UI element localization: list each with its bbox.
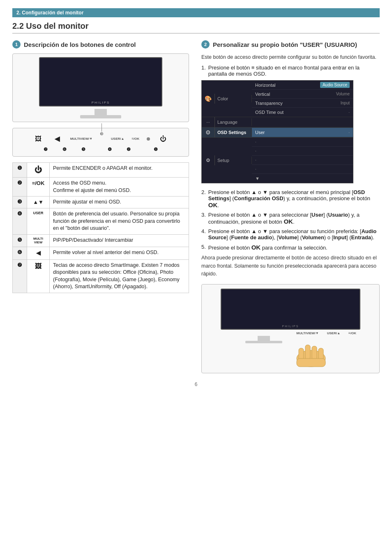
button-3-arrow: ❸ bbox=[100, 123, 104, 136]
osd-label-color: Color bbox=[215, 95, 252, 102]
section2-title: Personalizar su propio botón "USER" (USU… bbox=[213, 41, 357, 48]
row4-num: ❹ bbox=[13, 208, 27, 235]
monitor-screen-top: PHILIPS bbox=[39, 57, 162, 106]
button-2-label: ≡/OK bbox=[131, 137, 139, 141]
osd-setup-dot-2: · bbox=[252, 147, 353, 156]
btn-label-user: USER/▲ bbox=[327, 331, 340, 335]
row1-icon: ⏻ bbox=[27, 163, 50, 178]
section2-intro: Este botón de acceso directo permite con… bbox=[201, 53, 380, 61]
row7-desc: Teclas de acceso directo SmartImage. Exi… bbox=[50, 259, 189, 293]
osd-label-language: Language bbox=[215, 118, 252, 126]
row2-icon: ≡/OK bbox=[27, 178, 50, 197]
osd-row-setup: ⚙ Setup · · · · ▼ bbox=[202, 138, 353, 183]
buttons-row-container: 🖼 ◀ MULTIVIEW/▼ ❸ USER/▲ bbox=[12, 128, 189, 157]
step3-text: Presione el botón ▲ o ▼ para seleccionar… bbox=[208, 212, 380, 225]
section1-title: Descripción de los botones de control bbox=[24, 41, 136, 48]
step-3: 3. Presione el botón ▲ o ▼ para seleccio… bbox=[201, 212, 380, 225]
osd-row-language: ··· Language bbox=[202, 117, 353, 127]
osd-volume-label: Volume bbox=[336, 92, 350, 96]
button-dot-col bbox=[147, 134, 150, 143]
row6-desc: Permite volver al nivel anterior del men… bbox=[50, 247, 189, 260]
osd-option-user: User · bbox=[252, 128, 353, 137]
row6-icon: ◀ bbox=[27, 247, 50, 260]
buttons-row: 🖼 ◀ MULTIVIEW/▼ ❸ USER/▲ bbox=[19, 132, 182, 145]
osd-setup-dot-1: · bbox=[252, 138, 353, 147]
osd-dot-1: · bbox=[348, 110, 350, 115]
osd-row-osdsettings: ⚙ OSD Settings User · bbox=[202, 127, 353, 138]
monitor-bottom-button-labels: MULTIVIEW/▼ USER/▲ ≡/OK bbox=[221, 331, 360, 335]
osd-option-transparency-name: Transparency bbox=[255, 101, 341, 106]
monitor-top-illustration: PHILIPS bbox=[12, 53, 189, 122]
osd-row-color: 🎨 Color Horizontal Audio Source Vertical… bbox=[202, 81, 353, 117]
osd-option-horizontal-name: Horizontal bbox=[255, 83, 318, 88]
osd-option-user-name: User bbox=[255, 130, 348, 135]
num-1: ❶ bbox=[150, 147, 161, 152]
button-5-label: MULTIVIEW/▼ bbox=[70, 137, 92, 141]
monitor-brand: PHILIPS bbox=[92, 101, 110, 104]
section-title: 2.2 Uso del monitor bbox=[12, 21, 380, 34]
hand-row bbox=[245, 336, 336, 369]
osd-option-osdtimeout-name: OSD Time out bbox=[255, 110, 348, 115]
table-row: ❹ USER Botón de preferencia del usuario.… bbox=[13, 208, 189, 235]
table-row: ❷ ≡/OK Access the OSD menu.Confirme el a… bbox=[13, 178, 189, 197]
step2-num: 2. bbox=[201, 189, 206, 208]
table-row: ❻ ◀ Permite volver al nivel anterior del… bbox=[13, 247, 189, 260]
right-column: 2 Personalizar su propio botón "USER" (U… bbox=[201, 40, 380, 373]
section1-heading: 1 Descripción de los botones de control bbox=[12, 40, 189, 49]
num-7: ❼ bbox=[40, 147, 51, 152]
row1-num: ❶ bbox=[13, 163, 27, 178]
table-row: ❺ MULTIVIEW PiP/PbP/Desactivado/ Interca… bbox=[13, 234, 189, 247]
section1-number: 1 bbox=[12, 40, 21, 49]
osd-option-vertical-name: Vertical bbox=[255, 92, 336, 97]
step5-num: 5. bbox=[201, 244, 206, 251]
button-4-label: USER/▲ bbox=[111, 137, 124, 141]
svg-rect-5 bbox=[297, 358, 325, 367]
step1-text: Presione el botón ≡ situado en el marco … bbox=[208, 65, 380, 77]
num-5: ❺ bbox=[78, 147, 89, 152]
monitor-stand-neck-bottom bbox=[258, 336, 270, 341]
btn-label-menu: ≡/OK bbox=[348, 331, 356, 335]
osd-icon-setup: ⚙ bbox=[202, 155, 215, 165]
osd-option-horizontal: Horizontal Audio Source bbox=[252, 81, 353, 90]
row5-num: ❺ bbox=[13, 234, 27, 247]
button-6-col: ◀ bbox=[51, 134, 63, 143]
monitor-bottom-screen: PHILIPS bbox=[221, 289, 360, 330]
osd-option-vertical: Vertical Volume bbox=[252, 90, 353, 99]
table-row: ❼ 🖼 Teclas de acceso directo SmartImage.… bbox=[13, 259, 189, 293]
section2-outro: Ahora puede presionar directamente el bo… bbox=[201, 254, 380, 278]
step1-num: 1. bbox=[201, 65, 206, 77]
row3-desc: Permite ajustar el menú OSD. bbox=[50, 197, 189, 208]
num-4: ❹ bbox=[104, 147, 115, 152]
row3-num: ❸ bbox=[13, 197, 27, 208]
osd-options-setup: · · · · ▼ bbox=[252, 138, 353, 183]
button-7-col: 🖼 bbox=[32, 134, 44, 143]
button-2-col: ≡/OK bbox=[131, 137, 139, 141]
step3-num: 3. bbox=[201, 212, 206, 225]
features-table: ❶ ⏻ Permite ENCENDER o APAGAR el monitor… bbox=[12, 162, 189, 293]
section2-heading: 2 Personalizar su propio botón "USER" (U… bbox=[201, 40, 380, 49]
button-5-col: MULTIVIEW/▼ bbox=[70, 137, 92, 141]
button-number-row: ❼ ❻ ❺ ❹ ❷ ❶ bbox=[19, 147, 182, 152]
svg-rect-4 bbox=[318, 348, 323, 360]
osd-option-transparency: Transparency Input bbox=[252, 99, 353, 108]
monitor-stand-base-top bbox=[80, 115, 121, 118]
monitor-stand-neck-top bbox=[95, 109, 107, 115]
osd-setup-down-arrow: ▼ bbox=[252, 174, 353, 183]
button-4-col: USER/▲ bbox=[111, 137, 124, 141]
osd-setup-dot-3: · bbox=[252, 156, 353, 165]
back-icon: ◀ bbox=[51, 134, 63, 143]
row7-icon: 🖼 bbox=[27, 259, 50, 293]
osd-setup-dot-4: · bbox=[252, 165, 353, 174]
step-4: 4. Presione el botón ▲ o ▼ para seleccio… bbox=[201, 228, 380, 240]
section-banner: 2. Configuración del monitor bbox=[12, 8, 380, 17]
osd-icon-osdsettings: ⚙ bbox=[202, 127, 215, 137]
osd-input-label: Input bbox=[341, 101, 350, 105]
svg-rect-3 bbox=[312, 346, 317, 360]
osd-options-osdsettings: User · bbox=[252, 128, 353, 137]
row1-desc: Permite ENCENDER o APAGAR el monitor. bbox=[50, 163, 189, 178]
row5-icon: MULTIVIEW bbox=[27, 234, 50, 247]
table-row: ❸ ▲▼ Permite ajustar el menú OSD. bbox=[13, 197, 189, 208]
step4-num: 4. bbox=[201, 228, 206, 240]
osd-label-osdsettings: OSD Settings bbox=[215, 129, 252, 136]
row3-icon: ▲▼ bbox=[27, 197, 50, 208]
